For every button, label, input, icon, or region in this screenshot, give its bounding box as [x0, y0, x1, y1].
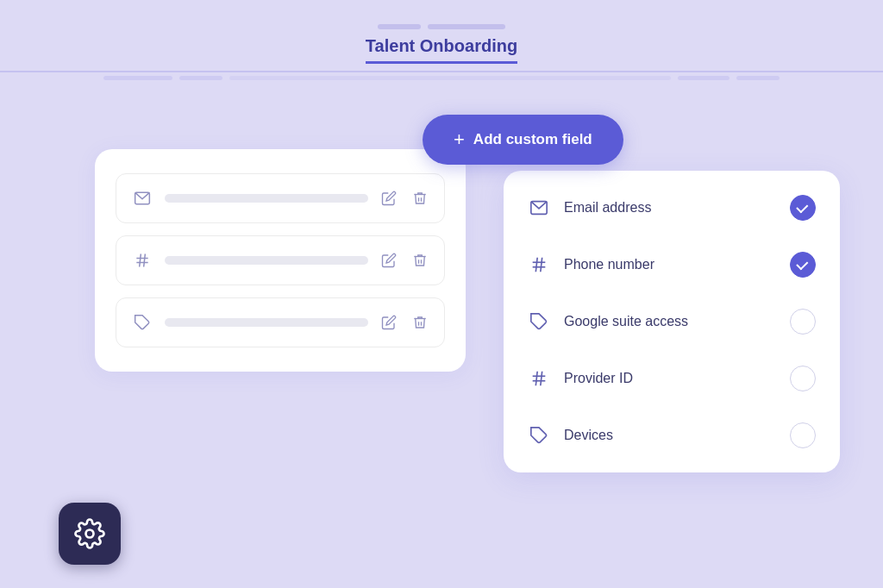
tab-line-2 [428, 24, 505, 29]
tab-lines-secondary [0, 76, 883, 80]
dropdown-check-google[interactable] [790, 309, 816, 335]
field-placeholder-3 [165, 318, 368, 327]
edit-icon-3[interactable] [379, 312, 399, 333]
settings-button[interactable] [59, 503, 121, 565]
svg-line-16 [541, 372, 542, 386]
dropdown-check-email[interactable] [790, 195, 816, 221]
dropdown-label-email: Email address [564, 200, 776, 216]
dropdown-item-devices[interactable]: Devices [504, 407, 840, 464]
svg-line-4 [144, 254, 146, 267]
tab-line-1 [378, 24, 421, 29]
dropdown-check-phone[interactable] [790, 252, 816, 278]
page-title-wrapper: Talent Onboarding [0, 36, 883, 72]
tab-line-4 [179, 76, 222, 80]
add-custom-field-button[interactable]: + Add custom field [423, 115, 623, 165]
dropdown-check-provider[interactable] [790, 366, 816, 391]
dropdown-tag-icon-devices [528, 424, 550, 447]
dropdown-hash-icon-phone [528, 253, 550, 276]
tab-line-5 [229, 76, 671, 80]
dropdown-label-phone: Phone number [564, 257, 776, 272]
dropdown-label-google: Google suite access [564, 314, 776, 329]
delete-icon-1[interactable] [410, 188, 430, 209]
fields-card [95, 149, 466, 372]
add-button-label: Add custom field [473, 131, 592, 148]
hash-icon [130, 248, 154, 272]
tag-icon-left [130, 310, 154, 335]
gear-icon [74, 518, 105, 549]
delete-icon-3[interactable] [410, 312, 430, 333]
tab-line-6 [678, 76, 730, 80]
svg-line-10 [535, 258, 537, 272]
svg-line-15 [535, 372, 537, 386]
svg-line-11 [541, 258, 542, 272]
delete-icon-2[interactable] [410, 250, 430, 271]
tag-field-row [116, 297, 445, 347]
dropdown-hash-icon-provider [528, 367, 550, 390]
dropdown-label-devices: Devices [564, 428, 776, 443]
dropdown-item-google[interactable]: Google suite access [504, 293, 840, 350]
page-title: Talent Onboarding [366, 36, 517, 64]
svg-line-3 [140, 254, 141, 267]
hash-field-row [116, 235, 445, 285]
custom-field-dropdown: Email address Phone number [504, 171, 840, 472]
dropdown-mail-icon [528, 197, 550, 219]
svg-point-6 [86, 530, 94, 538]
edit-icon-1[interactable] [379, 188, 399, 209]
edit-icon-2[interactable] [379, 250, 399, 271]
tab-line-7 [736, 76, 780, 80]
field-placeholder-2 [165, 256, 368, 265]
dropdown-tag-icon-google [528, 310, 550, 333]
email-field-row [116, 173, 445, 223]
dropdown-item-email[interactable]: Email address [504, 179, 840, 236]
dropdown-check-devices[interactable] [790, 422, 816, 448]
tab-line-3 [103, 76, 172, 80]
plus-icon: + [454, 130, 465, 149]
field-placeholder-1 [165, 194, 368, 203]
dropdown-item-provider[interactable]: Provider ID [504, 350, 840, 407]
main-content: + Add custom field Email address [0, 97, 883, 588]
top-tabs-bar [0, 0, 883, 29]
dropdown-label-provider: Provider ID [564, 371, 776, 386]
dropdown-item-phone[interactable]: Phone number [504, 236, 840, 293]
mail-icon [130, 186, 154, 210]
